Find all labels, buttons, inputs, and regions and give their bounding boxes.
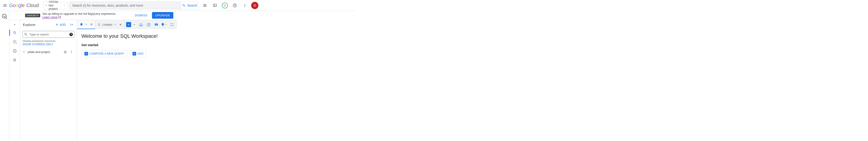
info-icon (147, 23, 151, 27)
tab-untitled[interactable]: Untitled (95, 20, 124, 29)
svg-point-6 (98, 23, 100, 25)
nav-item-reservations[interactable] (9, 55, 20, 65)
query-icon (98, 23, 101, 26)
nav-menu-button[interactable] (3, 1, 7, 10)
more-button[interactable] (240, 1, 249, 10)
explorer-search-input[interactable] (29, 32, 68, 37)
workspace-home-button[interactable] (137, 21, 144, 28)
explorer-sidebar: Explorer ADD ? Viewing workspa (20, 20, 77, 141)
google-wordmark: Google (9, 2, 25, 8)
close-icon (90, 23, 93, 26)
compose-query-label: COMPOSE A NEW QUERY (89, 52, 124, 55)
workspace-feature-button[interactable] (161, 21, 167, 28)
nav-item-sql-workspace[interactable] (9, 28, 20, 37)
more-vert-icon (70, 50, 73, 54)
tab-untitled-label: Untitled (102, 23, 112, 26)
nav-rail (9, 20, 20, 141)
nav-item-data-transfer[interactable] (9, 37, 20, 46)
editor-tab-bar: Untitled (77, 20, 177, 29)
search-button[interactable]: Search (181, 2, 198, 9)
fullscreen-icon (170, 23, 174, 27)
chevron-down-icon (63, 3, 66, 7)
open-in-new-icon (58, 16, 61, 19)
nav-item-scheduled-queries[interactable] (9, 46, 20, 55)
cloud-shell-button[interactable] (210, 1, 219, 10)
banner-text: Set up billing to upgrade to the full Bi… (42, 12, 131, 19)
svg-rect-11 (156, 24, 157, 25)
help-button[interactable] (230, 1, 239, 10)
main-body: SANDBOX Set up billing to upgrade to the… (0, 11, 356, 141)
viewing-scope-text: Viewing workspace resources. (23, 40, 74, 42)
workspace-shortcuts-button[interactable] (153, 21, 160, 28)
project-picker[interactable]: YDTAK test project (43, 2, 67, 9)
star-project-button[interactable] (62, 49, 68, 55)
chevron-right-icon (23, 50, 26, 53)
svg-point-2 (45, 5, 46, 6)
badge-count: 1 (224, 4, 226, 7)
account-avatar[interactable]: D (251, 2, 258, 9)
notification-badge: 1 (222, 2, 228, 8)
search-input[interactable] (69, 2, 181, 9)
workspace-info-button[interactable] (145, 21, 152, 28)
analytics-icon (13, 58, 17, 62)
explorer-add-button[interactable]: ADD (54, 22, 67, 27)
sandbox-banner: SANDBOX Set up billing to upgrade to the… (9, 11, 177, 20)
product-rail (0, 11, 9, 141)
plus-box-icon (132, 52, 136, 55)
sandbox-chip: SANDBOX (25, 14, 40, 17)
apps-button[interactable] (200, 1, 209, 10)
tab-bar-actions (137, 20, 177, 29)
search-button-label: Search (187, 4, 197, 7)
search-icon (182, 4, 186, 7)
collapse-icon (69, 23, 73, 27)
explorer-header: Explorer ADD (20, 20, 77, 29)
search-box: Search (69, 2, 198, 9)
explorer-search: ? (23, 31, 74, 38)
schedule-icon (13, 49, 17, 53)
google-cloud-logo[interactable]: Google Cloud (9, 2, 39, 8)
new-tab-button[interactable] (126, 22, 131, 27)
learn-more-link[interactable]: Learn more (42, 16, 61, 19)
header-actions: 1 D (200, 1, 258, 10)
plus-icon (55, 23, 59, 26)
apps-icon (203, 3, 207, 7)
svg-point-3 (46, 5, 47, 6)
plus-icon (127, 23, 130, 26)
chevron-down-icon (132, 23, 136, 26)
terminal-icon (213, 3, 217, 7)
collapse-sidebar-button[interactable] (68, 21, 75, 28)
keyboard-icon (154, 23, 158, 27)
global-header: Google Cloud YDTAK test project Search 1 (0, 0, 356, 11)
lightbulb-icon (161, 23, 165, 27)
show-starred-link[interactable]: SHOW STARRED ONLY (23, 43, 74, 46)
workspace-content: Welcome to your SQL Workspace! Get start… (77, 29, 177, 62)
tab-home[interactable] (77, 20, 95, 29)
bigquery-icon (2, 14, 7, 19)
bigquery-product-icon[interactable] (0, 12, 9, 21)
tab-home-close[interactable] (89, 22, 94, 27)
notifications-button[interactable]: 1 (220, 1, 229, 10)
nav-rail-indicator (14, 24, 15, 25)
chevron-down-icon (114, 23, 117, 26)
home-outline-icon (139, 23, 143, 27)
layout-spacer (177, 11, 356, 141)
upgrade-button[interactable]: UPGRADE (152, 12, 173, 19)
project-picker-icon (45, 4, 48, 7)
explorer-title: Explorer (23, 23, 53, 27)
more-vert-icon (243, 3, 247, 7)
project-name: YDTAK test project (49, 0, 62, 10)
compose-query-button[interactable]: COMPOSE A NEW QUERY (82, 50, 127, 57)
dismiss-button[interactable]: DISMISS (133, 12, 149, 18)
svg-rect-12 (157, 24, 157, 25)
project-more-button[interactable] (68, 49, 74, 55)
tab-untitled-close[interactable] (118, 22, 123, 27)
search-help-icon[interactable]: ? (69, 33, 73, 36)
fullscreen-button[interactable] (168, 21, 175, 28)
add-data-button[interactable]: ADD (129, 50, 146, 57)
star-outline-icon (63, 50, 67, 54)
explorer-project-row[interactable]: ydtak-test-project (23, 48, 74, 55)
svg-rect-10 (156, 24, 156, 25)
search-icon (24, 32, 28, 36)
new-tab-dropdown[interactable] (131, 20, 137, 29)
hamburger-icon (3, 3, 7, 8)
